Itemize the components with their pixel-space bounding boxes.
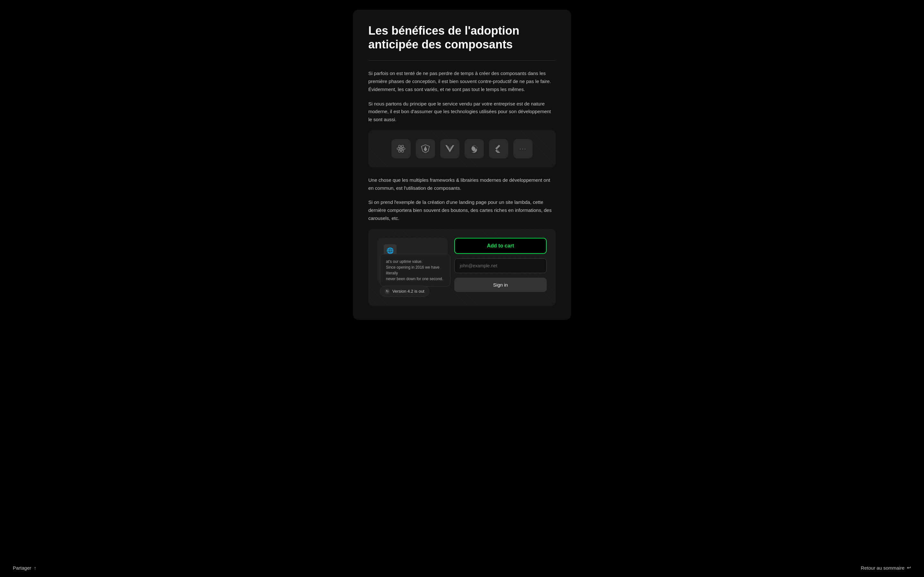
- share-label: Partager: [13, 565, 31, 571]
- share-button[interactable]: Partager ↑: [13, 565, 36, 571]
- add-to-cart-button[interactable]: Add to cart: [454, 238, 547, 254]
- back-button[interactable]: Retour au sommaire ↩: [861, 565, 911, 571]
- sign-in-button[interactable]: Sign in: [454, 277, 547, 292]
- vue-icon: [440, 139, 459, 158]
- flutter-icon: [489, 139, 508, 158]
- svg-point-0: [400, 148, 402, 150]
- paragraph-4: Si on prend l'exemple de la création d'u…: [368, 198, 556, 222]
- tooltip-box: at's our uptime value.Since opening in 2…: [380, 254, 451, 287]
- swift-icon: [465, 139, 484, 158]
- tooltip-text: at's our uptime value.Since opening in 2…: [386, 259, 443, 281]
- svg-marker-5: [424, 146, 427, 152]
- more-icon: ···: [513, 139, 533, 158]
- paragraph-2: Si nous partons du principe que le servi…: [368, 100, 556, 124]
- frameworks-box: ···: [368, 130, 556, 167]
- paragraph-1: Si parfois on est tenté de ne pas perdre…: [368, 69, 556, 93]
- back-icon: ↩: [907, 565, 911, 571]
- bottom-nav: Partager ↑ Retour au sommaire ↩: [0, 558, 924, 577]
- demo-box: 🌐 100% Add to cart Sign in at's our upti…: [368, 229, 556, 306]
- svg-marker-8: [495, 145, 500, 149]
- paragraph-3: Une chose que les multiples frameworks &…: [368, 176, 556, 192]
- email-input[interactable]: [454, 258, 547, 273]
- version-icon: ↻: [384, 289, 390, 294]
- angular-icon: [416, 139, 435, 158]
- share-icon: ↑: [34, 565, 37, 571]
- back-label: Retour au sommaire: [861, 565, 905, 571]
- version-label: Version 4.2 is out: [393, 289, 425, 293]
- version-badge: ↻ Version 4.2 is out: [380, 286, 429, 297]
- main-card: Les bénéfices de l'adoption anticipée de…: [353, 10, 571, 320]
- right-controls: Add to cart Sign in: [454, 238, 547, 292]
- page-title: Les bénéfices de l'adoption anticipée de…: [368, 24, 556, 51]
- divider: [368, 60, 556, 61]
- react-icon: [391, 139, 411, 158]
